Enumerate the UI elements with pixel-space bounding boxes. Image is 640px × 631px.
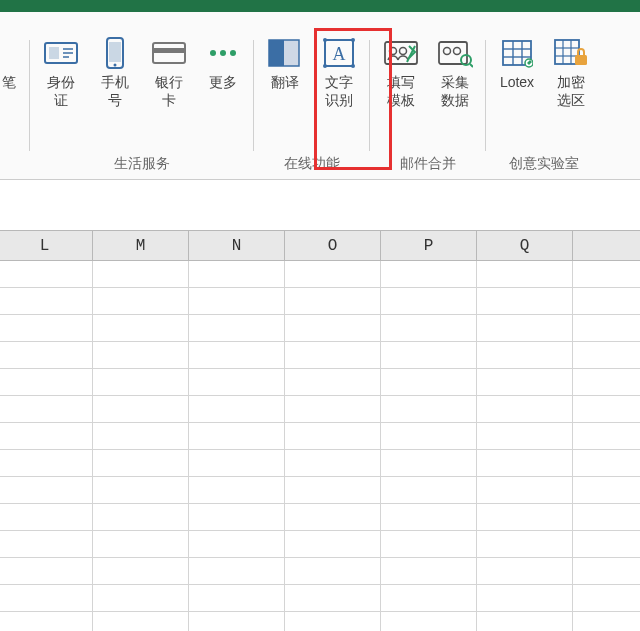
cell[interactable] [573,369,641,396]
cell[interactable] [93,261,189,288]
cell[interactable] [381,261,477,288]
cell[interactable] [0,315,93,342]
cell[interactable] [0,612,93,632]
cell[interactable] [0,396,93,423]
cell[interactable] [285,450,381,477]
cell[interactable] [0,558,93,585]
fill-template-button[interactable]: 填写 模板 [376,30,426,151]
sheet-table[interactable]: KLMNOPQ [0,230,640,631]
cell[interactable] [477,423,573,450]
cell[interactable] [381,477,477,504]
ocr-button[interactable]: A 文字 识别 [314,30,364,151]
cell[interactable] [381,585,477,612]
phone-button[interactable]: 手机 号 [90,30,140,151]
cell[interactable] [93,585,189,612]
cell[interactable] [93,288,189,315]
cell[interactable] [477,612,573,632]
cell[interactable] [285,288,381,315]
cell[interactable] [0,423,93,450]
cell[interactable] [93,315,189,342]
cell[interactable] [189,288,285,315]
id-card-button[interactable]: 身份 证 [36,30,86,151]
cell[interactable] [381,531,477,558]
cell[interactable] [477,558,573,585]
cell[interactable] [93,369,189,396]
encrypt-selection-button[interactable]: 加密 选区 [546,30,596,151]
cell[interactable] [285,477,381,504]
cell[interactable] [189,450,285,477]
column-header[interactable]: P [381,231,477,261]
cell[interactable] [573,585,641,612]
cell[interactable] [285,531,381,558]
cell[interactable] [573,504,641,531]
bank-card-button[interactable]: 银行 卡 [144,30,194,151]
cell[interactable] [477,288,573,315]
cell[interactable] [477,396,573,423]
cell[interactable] [93,450,189,477]
cell[interactable] [0,288,93,315]
cell[interactable] [285,558,381,585]
cell[interactable] [189,315,285,342]
column-header[interactable]: M [93,231,189,261]
cell[interactable] [0,261,93,288]
cell[interactable] [285,504,381,531]
pen-button[interactable]: 笔 [0,30,24,169]
cell[interactable] [285,423,381,450]
cell[interactable] [573,450,641,477]
cell[interactable] [93,504,189,531]
cell[interactable] [381,450,477,477]
cell[interactable] [381,369,477,396]
cell[interactable] [477,369,573,396]
cell[interactable] [381,423,477,450]
cell[interactable] [477,585,573,612]
cell[interactable] [285,396,381,423]
cell[interactable] [93,396,189,423]
cell[interactable] [381,504,477,531]
cell[interactable] [477,504,573,531]
cell[interactable] [0,477,93,504]
cell[interactable] [573,288,641,315]
translate-button[interactable]: 翻译 [260,30,310,151]
cell[interactable] [285,261,381,288]
cell[interactable] [573,261,641,288]
cell[interactable] [93,558,189,585]
cell[interactable] [189,261,285,288]
column-header[interactable] [573,231,641,261]
cell[interactable] [477,531,573,558]
cell[interactable] [93,612,189,632]
cell[interactable] [477,315,573,342]
collect-data-button[interactable]: 采集 数据 [430,30,480,151]
cell[interactable] [0,585,93,612]
cell[interactable] [381,288,477,315]
cell[interactable] [477,261,573,288]
cell[interactable] [93,342,189,369]
cell[interactable] [477,477,573,504]
cell[interactable] [285,342,381,369]
cell[interactable] [381,342,477,369]
column-header[interactable]: L [0,231,93,261]
cell[interactable] [0,342,93,369]
cell[interactable] [573,315,641,342]
cell[interactable] [0,369,93,396]
cell[interactable] [381,315,477,342]
cell[interactable] [93,531,189,558]
cell[interactable] [285,612,381,632]
cell[interactable] [93,477,189,504]
cell[interactable] [573,477,641,504]
column-header[interactable]: O [285,231,381,261]
cell[interactable] [189,396,285,423]
cell[interactable] [189,342,285,369]
cell[interactable] [189,612,285,632]
cell[interactable] [573,612,641,632]
cell[interactable] [189,423,285,450]
cell[interactable] [381,612,477,632]
cell[interactable] [573,423,641,450]
cell[interactable] [573,531,641,558]
cell[interactable] [189,558,285,585]
cell[interactable] [93,423,189,450]
cell[interactable] [477,342,573,369]
cell[interactable] [381,558,477,585]
cell[interactable] [285,369,381,396]
column-header[interactable]: N [189,231,285,261]
lotex-button[interactable]: Lotex [492,30,542,151]
